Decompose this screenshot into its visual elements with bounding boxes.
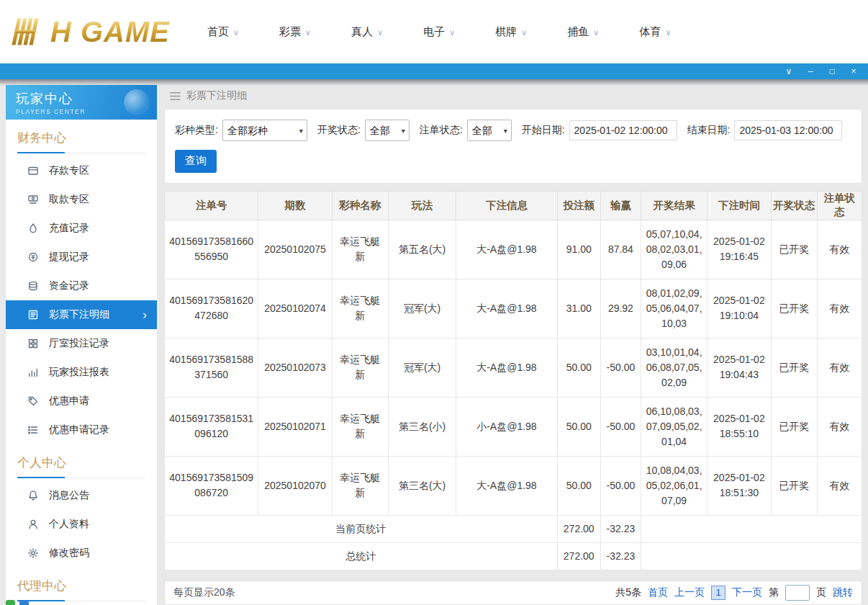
table-row: 40156917358150908672020250102070幸运飞艇新第三名… <box>165 456 862 515</box>
end-date-input[interactable] <box>734 120 842 140</box>
draw-status-select[interactable]: 全部 <box>365 120 410 141</box>
sidebar-item-label: 充值记录 <box>49 222 89 235</box>
column-header-1: 期数 <box>258 191 332 220</box>
sidebar-section-list-0: 存款专区取款专区充值记录提现记录资金记录彩票下注明细›厅室投注记录玩家投注报表优… <box>6 153 157 444</box>
summary-bet-total: 272.00 <box>557 542 600 570</box>
sidebar-item-withdrawal-record[interactable]: 提现记录 <box>6 243 157 272</box>
start-date-input[interactable] <box>569 120 677 140</box>
table-cell-10: 有效 <box>817 338 862 397</box>
sidebar-item-label: 彩票下注明细 <box>49 308 109 321</box>
table-row: 40156917358158837156020250102073幸运飞艇新冠军(… <box>165 338 862 397</box>
table-cell-7: 08,01,02,09,05,06,04,07,10,03 <box>641 279 707 338</box>
table-cell-1: 20250102073 <box>258 338 332 397</box>
lottery-type-select-wrap: 全部彩种 <box>222 120 307 141</box>
first-page-link[interactable]: 首页 <box>648 586 668 599</box>
sidebar-item-funds-record[interactable]: 资金记录 <box>6 272 157 300</box>
sidebar-item-deposit-card[interactable]: 存款专区 <box>6 156 157 185</box>
table-cell-0: 401569173581588371560 <box>165 338 258 397</box>
main-nav: 首页∨彩票∨真人∨电子∨棋牌∨捕鱼∨体育∨ <box>207 25 671 39</box>
taskbar-icon-1[interactable] <box>6 600 15 605</box>
jump-button[interactable]: 跳转 <box>833 586 853 599</box>
table-cell-5: 50.00 <box>557 338 600 397</box>
nav-item-4[interactable]: 棋牌∨ <box>495 25 527 39</box>
table-cell-5: 50.00 <box>557 456 600 515</box>
sidebar-item-hall-bets[interactable]: 厅室投注记录 <box>6 329 157 358</box>
gear-icon <box>27 547 39 559</box>
player-report-icon <box>27 367 39 378</box>
table-cell-10: 有效 <box>817 397 862 456</box>
sidebar-subtitle: PLAYERS CENTER <box>16 108 157 115</box>
column-header-3: 玩法 <box>388 191 456 220</box>
summary-row: 总统计272.00-32.23 <box>165 542 862 570</box>
sidebar-item-lottery-bets[interactable]: 彩票下注明细› <box>6 300 157 329</box>
jump-page-input[interactable] <box>785 585 810 601</box>
lottery-type-select[interactable]: 全部彩种 <box>222 120 307 141</box>
sidebar-item-promo-apply[interactable]: 优惠申请 <box>6 387 157 416</box>
nav-item-label: 体育 <box>639 25 661 39</box>
sidebar: 玩家中心 PLAYERS CENTER 财务中心存款专区取款专区充值记录提现记录… <box>6 85 157 605</box>
sidebar-item-promo-record[interactable]: 优惠申请记录 <box>6 416 157 444</box>
nav-item-label: 真人 <box>351 25 373 39</box>
sidebar-item-label: 个人资料 <box>49 518 89 531</box>
table-cell-7: 03,10,01,04,06,08,07,05,02,09 <box>641 338 707 397</box>
taskbar-icon-2[interactable] <box>19 600 29 605</box>
nav-item-1[interactable]: 彩票∨ <box>279 25 311 39</box>
sidebar-item-person[interactable]: 个人资料 <box>6 510 157 539</box>
sidebar-section-list-1: 消息公告个人资料修改密码 <box>6 478 157 568</box>
funds-record-icon <box>27 280 39 292</box>
table-cell-0: 401569173581620472680 <box>165 279 258 338</box>
nav-item-5[interactable]: 捕鱼∨ <box>567 25 599 39</box>
current-page-indicator[interactable]: 1 <box>711 586 725 600</box>
hamburger-icon <box>170 91 181 101</box>
column-header-0: 注单号 <box>165 191 258 220</box>
sidebar-item-gear[interactable]: 修改密码 <box>6 539 157 568</box>
table-cell-3: 第三名(小) <box>388 397 456 456</box>
column-header-4: 下注信息 <box>456 191 557 220</box>
summary-empty-cell <box>641 542 862 570</box>
nav-item-3[interactable]: 电子∨ <box>423 25 455 39</box>
nav-item-6[interactable]: 体育∨ <box>639 25 671 39</box>
table-cell-8: 2025-01-02 18:51:30 <box>707 456 771 515</box>
window-close-button[interactable]: × <box>845 63 862 79</box>
column-header-8: 下注时间 <box>707 191 771 220</box>
table-cell-9: 已开奖 <box>771 456 817 515</box>
window-minimize-button[interactable]: – <box>802 63 819 79</box>
summary-empty-cell <box>641 515 862 542</box>
column-header-7: 开奖结果 <box>641 191 707 220</box>
site-logo[interactable]: H GAME <box>9 15 170 48</box>
table-cell-10: 有效 <box>817 456 862 515</box>
order-status-select-wrap: 全部 <box>467 120 512 141</box>
chevron-down-icon: ∨ <box>521 28 527 37</box>
sidebar-item-bell[interactable]: 消息公告 <box>6 481 157 510</box>
table-cell-1: 20250102071 <box>258 397 332 456</box>
lottery-bets-icon <box>27 309 39 321</box>
order-status-select[interactable]: 全部 <box>467 120 512 141</box>
sidebar-item-label: 资金记录 <box>49 279 89 292</box>
table-cell-6: -50.00 <box>600 456 641 515</box>
sidebar-item-label: 消息公告 <box>49 489 89 502</box>
nav-item-0[interactable]: 首页∨ <box>207 25 239 39</box>
sidebar-item-withdraw[interactable]: 取款专区 <box>6 185 157 214</box>
sidebar-item-recharge-record[interactable]: 充值记录 <box>6 214 157 243</box>
lottery-type-filter: 彩种类型: 全部彩种 <box>175 120 307 141</box>
sidebar-section-header-1: 个人中心 <box>17 456 145 478</box>
table-cell-6: -50.00 <box>600 397 641 456</box>
table-cell-1: 20250102070 <box>258 456 332 515</box>
table-cell-9: 已开奖 <box>771 338 817 397</box>
table-cell-2: 幸运飞艇新 <box>332 220 388 279</box>
lottery-type-label: 彩种类型: <box>175 124 218 137</box>
window-maximize-button[interactable]: □ <box>823 63 841 79</box>
prev-page-link[interactable]: 上一页 <box>674 586 705 599</box>
sidebar-item-player-report[interactable]: 玩家投注报表 <box>6 358 157 387</box>
table-row: 40156917358162047268020250102074幸运飞艇新冠军(… <box>165 279 862 338</box>
column-header-9: 开奖状态 <box>771 191 817 220</box>
table-cell-9: 已开奖 <box>771 397 817 456</box>
table-cell-0: 401569173581660556950 <box>165 220 258 279</box>
next-page-link[interactable]: 下一页 <box>732 586 762 599</box>
search-button[interactable]: 查询 <box>175 150 217 173</box>
window-menu-button[interactable]: ∨ <box>780 63 797 79</box>
sidebar-section-header-2: 代理中心 <box>17 579 145 601</box>
column-header-10: 注单状态 <box>817 191 862 220</box>
start-date-label: 开始日期: <box>522 124 565 137</box>
nav-item-2[interactable]: 真人∨ <box>351 25 383 39</box>
